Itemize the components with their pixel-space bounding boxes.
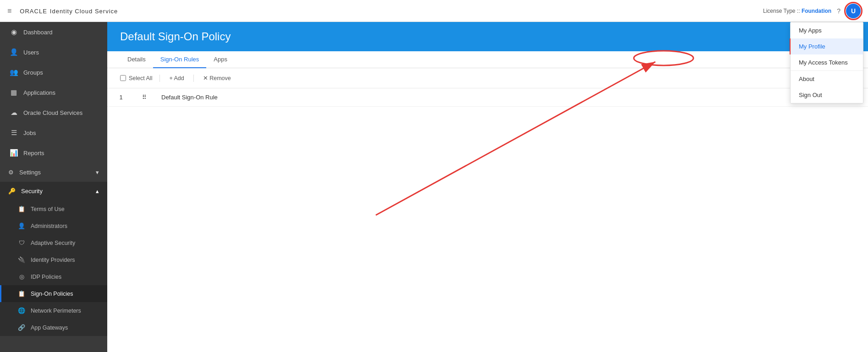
top-nav-bar: ≡ ORACLEIdentity Cloud Service License T…	[0, 0, 868, 22]
settings-icon: ⚙	[8, 169, 14, 176]
sidebar-label-jobs: Jobs	[23, 130, 36, 136]
sidebar-item-settings[interactable]: ⚙ Settings ▾	[0, 163, 107, 182]
user-avatar[interactable]: U	[846, 4, 861, 18]
sidebar-label-reports: Reports	[23, 150, 44, 157]
dropdown-item-my-profile[interactable]: My Profile	[790, 38, 863, 54]
identity-providers-icon: 🔌	[18, 256, 25, 263]
row-number: 1	[107, 88, 135, 107]
sign-on-policies-label: Sign-On Policies	[31, 291, 73, 297]
administrators-icon: 👤	[18, 222, 25, 229]
sidebar-sub-item-administrators[interactable]: 👤 Administrators	[0, 217, 107, 234]
oracle-logo: ORACLEIdentity Cloud Service	[17, 7, 118, 15]
sidebar-item-users[interactable]: 👤 Users	[0, 42, 107, 62]
sign-on-rules-table: 1 ⠿ Default Sign-On Rule	[107, 88, 868, 107]
toolbar-separator-1	[159, 75, 160, 82]
oracle-logo-text: ORACLE	[20, 8, 47, 15]
sidebar-label-groups: Groups	[23, 69, 43, 76]
security-label: Security	[21, 188, 43, 195]
app-gateways-icon: 🔗	[18, 324, 25, 331]
dropdown-item-sign-out[interactable]: Sign Out	[791, 87, 863, 103]
page-header: Default Sign-On Policy	[107, 22, 868, 51]
groups-icon: 👥	[10, 68, 18, 76]
avatar-wrapper: U	[846, 4, 861, 18]
tab-details[interactable]: Details	[120, 51, 153, 68]
identity-providers-label: Identity Providers	[31, 257, 75, 263]
select-all-label: Select All	[129, 75, 152, 81]
help-icon[interactable]: ?	[837, 7, 841, 15]
network-perimeters-icon: 🌐	[18, 307, 25, 314]
dropdown-item-my-access-tokens[interactable]: My Access Tokens	[791, 54, 863, 70]
table-row: 1 ⠿ Default Sign-On Rule	[107, 88, 868, 107]
select-all-checkbox-container[interactable]: Select All	[120, 75, 152, 81]
product-name: Identity Cloud Service	[50, 8, 118, 15]
top-nav-left: ≡ ORACLEIdentity Cloud Service	[7, 7, 118, 15]
app-gateways-label: App Gateways	[31, 325, 68, 331]
sidebar-sub-item-adaptive-security[interactable]: 🛡 Adaptive Security	[0, 234, 107, 251]
adaptive-security-label: Adaptive Security	[31, 240, 75, 246]
security-chevron-icon: ▴	[96, 188, 99, 195]
security-section: 🔑 Security ▴ 📋 Terms of Use 👤 Administra…	[0, 182, 107, 336]
sidebar-sub-item-app-gateways[interactable]: 🔗 App Gateways	[0, 319, 107, 336]
sidebar-sub-item-sign-on-policies[interactable]: 📋 Sign-On Policies	[0, 285, 107, 302]
idp-policies-icon: ◎	[18, 273, 25, 280]
tab-apps[interactable]: Apps	[206, 51, 235, 68]
toolbar-separator-2	[193, 75, 194, 82]
hamburger-icon[interactable]: ≡	[7, 7, 11, 15]
add-button[interactable]: + Add	[167, 74, 186, 82]
network-perimeters-label: Network Perimeters	[31, 308, 81, 314]
dropdown-item-about[interactable]: About	[791, 71, 863, 87]
user-dropdown-menu: My Apps My Profile My Access Tokens Abou…	[790, 22, 863, 103]
sidebar-label-dashboard: Dashboard	[23, 29, 53, 36]
administrators-label: Administrators	[31, 223, 67, 229]
table-body: 1 ⠿ Default Sign-On Rule	[107, 88, 868, 107]
rule-name-link[interactable]: Default Sign-On Rule	[154, 88, 868, 107]
security-section-header[interactable]: 🔑 Security ▴	[0, 182, 107, 200]
users-icon: 👤	[10, 48, 18, 56]
sidebar-label-applications: Applications	[23, 89, 55, 96]
sidebar-sub-item-network-perimeters[interactable]: 🌐 Network Perimeters	[0, 302, 107, 319]
license-type-link[interactable]: Foundation	[802, 8, 831, 14]
sign-on-policies-icon: 📋	[18, 290, 25, 297]
sidebar-label-users: Users	[23, 49, 39, 56]
sidebar-item-applications[interactable]: ▦ Applications	[0, 82, 107, 103]
license-text: License Type :: Foundation	[763, 8, 831, 14]
dropdown-item-my-apps[interactable]: My Apps	[791, 22, 863, 38]
jobs-icon: ☰	[10, 129, 18, 137]
main-layout: ◉ Dashboard 👤 Users 👥 Groups ▦ Applicati…	[0, 22, 868, 352]
sidebar-item-jobs[interactable]: ☰ Jobs	[0, 123, 107, 143]
tab-sign-on-rules[interactable]: Sign-On Rules	[153, 51, 207, 68]
adaptive-security-icon: 🛡	[18, 239, 25, 246]
sidebar-sub-item-identity-providers[interactable]: 🔌 Identity Providers	[0, 251, 107, 268]
security-icon: 🔑	[8, 188, 16, 195]
dashboard-icon: ◉	[10, 28, 18, 36]
idp-policies-label: IDP Policies	[31, 274, 61, 280]
license-label: License Type ::	[763, 8, 800, 14]
tabs-bar: Details Sign-On Rules Apps	[107, 51, 868, 68]
sidebar-item-oracle-cloud-services[interactable]: ☁ Oracle Cloud Services	[0, 103, 107, 123]
drag-handle-icon[interactable]: ⠿	[135, 88, 154, 107]
sidebar-sub-item-idp-policies[interactable]: ◎ IDP Policies	[0, 268, 107, 285]
sidebar-label-oracle-cloud: Oracle Cloud Services	[23, 109, 82, 116]
remove-button[interactable]: ✕ Remove	[201, 74, 233, 82]
settings-chevron-icon: ▾	[96, 169, 99, 176]
toolbar: Select All + Add ✕ Remove	[107, 68, 868, 88]
sidebar-item-dashboard[interactable]: ◉ Dashboard	[0, 22, 107, 42]
sidebar-item-groups[interactable]: 👥 Groups	[0, 62, 107, 82]
page-title: Default Sign-On Policy	[120, 30, 855, 43]
sidebar: ◉ Dashboard 👤 Users 👥 Groups ▦ Applicati…	[0, 22, 107, 352]
sidebar-sub-item-terms-of-use[interactable]: 📋 Terms of Use	[0, 200, 107, 217]
terms-of-use-label: Terms of Use	[31, 206, 65, 212]
sidebar-item-reports[interactable]: 📊 Reports	[0, 143, 107, 163]
table-container: 1 ⠿ Default Sign-On Rule	[107, 88, 868, 352]
terms-of-use-icon: 📋	[18, 206, 25, 212]
applications-icon: ▦	[10, 88, 18, 97]
oracle-cloud-icon: ☁	[10, 108, 18, 117]
content-area: Default Sign-On Policy Details Sign-On R…	[107, 22, 868, 352]
top-nav-right: License Type :: Foundation ? U	[763, 4, 861, 18]
reports-icon: 📊	[10, 149, 18, 157]
select-all-checkbox[interactable]	[120, 75, 126, 81]
sidebar-label-settings: Settings	[19, 169, 41, 176]
